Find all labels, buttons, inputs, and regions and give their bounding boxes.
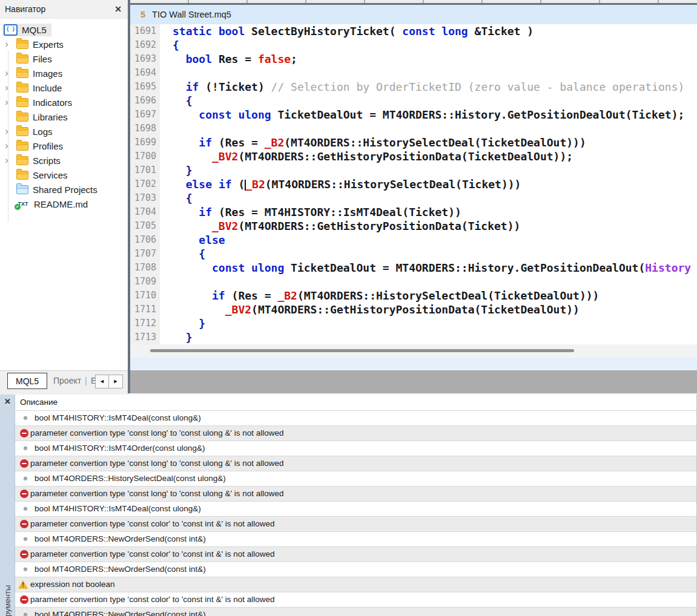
panel-divider[interactable]: [128, 0, 130, 393]
line-number[interactable]: 1708: [130, 261, 160, 275]
chevron-right-icon[interactable]: [2, 40, 11, 48]
code-line[interactable]: 1698: [130, 122, 697, 136]
toolbox-row-error[interactable]: parameter convertion type 'const long' t…: [15, 456, 696, 471]
tree-item-shared-projects[interactable]: Shared Projects: [0, 182, 128, 197]
toolbox-row-error[interactable]: parameter convertion type 'const color' …: [15, 516, 696, 531]
line-number[interactable]: 1692: [130, 38, 160, 52]
line-number[interactable]: 1706: [130, 233, 160, 247]
tab-project[interactable]: Проект: [47, 373, 87, 389]
editor-tab[interactable]: 5TIO Wall Street.mq5: [130, 5, 697, 24]
code-line[interactable]: 1710 if (Res = _B2(MT4ORDERS::HistorySel…: [130, 289, 697, 303]
toolbox-side-strip: Инструменты: [0, 395, 15, 616]
line-number[interactable]: 1702: [130, 177, 160, 191]
tree-item-include[interactable]: Include: [0, 80, 128, 95]
toolbox-row-note[interactable]: bool MT4HISTORY::IsMT4Deal(const ulong&): [15, 501, 696, 516]
toolbox-row-error[interactable]: parameter convertion type 'const long' t…: [15, 425, 696, 441]
navigator-close-icon[interactable]: [112, 0, 124, 18]
tree-item-files[interactable]: Files: [0, 51, 128, 66]
code-line[interactable]: 1693 bool Res = false;: [130, 52, 697, 66]
line-number[interactable]: 1709: [130, 275, 160, 289]
chevron-right-icon[interactable]: [2, 69, 11, 77]
code-line[interactable]: 1705 _BV2(MT4ORDERS::GetHistoryPositionD…: [130, 219, 697, 233]
line-number[interactable]: 1700: [130, 149, 160, 163]
line-number[interactable]: 1712: [130, 316, 160, 330]
code-line[interactable]: 1692{: [130, 38, 697, 52]
tree-item-images[interactable]: Images: [0, 66, 128, 80]
tree-item-libraries[interactable]: Libraries: [0, 110, 128, 124]
toolbox-row-text: parameter convertion type 'const long' t…: [15, 487, 696, 501]
line-number[interactable]: 1711: [130, 303, 160, 316]
tree-item-scripts[interactable]: Scripts: [0, 153, 128, 168]
toolbox-row-error[interactable]: parameter convertion type 'const color' …: [15, 546, 696, 562]
toolbox-close-icon[interactable]: [0, 397, 15, 409]
tab-mql5[interactable]: MQL5: [7, 373, 47, 389]
line-number[interactable]: 1704: [130, 205, 160, 219]
line-number[interactable]: 1707: [130, 247, 160, 261]
tab-scroll-right-button[interactable]: [109, 375, 123, 388]
tree-item-logs[interactable]: Logs: [0, 124, 128, 139]
horizontal-scrollbar[interactable]: [130, 344, 697, 358]
code-line[interactable]: 1691static bool SelectByHistoryTicket( c…: [130, 24, 697, 38]
line-number[interactable]: 1695: [130, 80, 160, 94]
line-number[interactable]: 1698: [130, 122, 160, 136]
line-number[interactable]: 1713: [130, 330, 160, 344]
chevron-right-icon[interactable]: [2, 84, 11, 92]
code-line[interactable]: 1706 else: [130, 233, 697, 247]
code-line[interactable]: 1699 if (Res = _B2(MT4ORDERS::HistorySel…: [130, 136, 697, 149]
tree-item-indicators[interactable]: Indicators: [0, 95, 128, 110]
line-number[interactable]: 1696: [130, 94, 160, 108]
code-line[interactable]: 1697 const ulong TicketDealOut = MT4ORDE…: [130, 108, 697, 122]
tree-item-label: Files: [33, 54, 52, 64]
code-line[interactable]: 1709: [130, 275, 697, 289]
scrollbar-thumb[interactable]: [150, 349, 574, 352]
code-line[interactable]: 1708 const ulong TicketDealOut = MT4ORDE…: [130, 261, 697, 275]
line-number[interactable]: 1705: [130, 219, 160, 233]
tree-item-mql5[interactable]: MQL5: [0, 22, 128, 37]
code-line[interactable]: 1704 if (Res = MT4HISTORY::IsMT4Deal(Tic…: [130, 205, 697, 219]
code-line-text: bool Res = false;: [160, 52, 697, 66]
toolbox-panel: Инструменты Описание bool MT4HISTORY::Is…: [0, 393, 697, 616]
code-line[interactable]: 1700 _BV2(MT4ORDERS::GetHistoryPositionD…: [130, 149, 697, 163]
code-line[interactable]: 1713 }: [130, 330, 697, 344]
toolbox-row-note[interactable]: bool MT4HISTORY::IsMT4Deal(const ulong&): [15, 410, 696, 425]
toolbox-row-error[interactable]: parameter convertion type 'const long' t…: [15, 486, 696, 501]
code-line[interactable]: 1703 {: [130, 191, 697, 205]
tab-scroll-left-button[interactable]: [95, 375, 109, 388]
folder-icon: [16, 156, 28, 165]
toolbox-row-warning[interactable]: expression not boolean: [15, 577, 696, 592]
chevron-right-icon[interactable]: [2, 156, 11, 165]
line-number[interactable]: 1691: [130, 24, 160, 38]
toolbox-row-note[interactable]: bool MT4HISTORY::IsMT4Order(const ulong&…: [15, 441, 696, 456]
code-line[interactable]: 1694: [130, 66, 697, 80]
code-editor[interactable]: 1691static bool SelectByHistoryTicket( c…: [130, 24, 697, 344]
toolbox-row-note[interactable]: bool MT4ORDERS::NewOrderSend(const int&): [15, 531, 696, 546]
toolbox-row-note[interactable]: bool MT4ORDERS::NewOrderSend(const int&): [15, 607, 696, 616]
code-line[interactable]: 1707 {: [130, 247, 697, 261]
line-number[interactable]: 1699: [130, 136, 160, 149]
line-number[interactable]: 1694: [130, 66, 160, 80]
code-line-text: _BV2(MT4ORDERS::GetHistoryPositionData(T…: [160, 219, 697, 233]
toolbox-row-note[interactable]: bool MT4ORDERS::HistorySelectDeal(const …: [15, 471, 696, 486]
tree-item-services[interactable]: Services: [0, 168, 128, 182]
line-number[interactable]: 1701: [130, 163, 160, 177]
navigator-panel: Навигатор MQL5 ExpertsFilesImagesInclude…: [0, 0, 128, 370]
code-line[interactable]: 1702 else if (_B2(MT4ORDERS::HistorySele…: [130, 177, 697, 191]
line-number[interactable]: 1693: [130, 52, 160, 66]
tree-item-experts[interactable]: Experts: [0, 37, 128, 51]
tree-item-readme-md[interactable]: README.md: [0, 197, 128, 211]
chevron-right-icon[interactable]: [2, 142, 11, 150]
toolbox-row-error[interactable]: parameter convertion type 'const color' …: [15, 592, 696, 607]
toolbox-row-text: expression not boolean: [15, 577, 696, 592]
line-number[interactable]: 1703: [130, 191, 160, 205]
toolbox-row-note[interactable]: bool MT4ORDERS::NewOrderSend(const int&): [15, 562, 696, 577]
tree-item-profiles[interactable]: Profiles: [0, 139, 128, 153]
code-line[interactable]: 1712 }: [130, 316, 697, 330]
chevron-right-icon[interactable]: [2, 127, 11, 136]
code-line[interactable]: 1711 _BV2(MT4ORDERS::GetHistoryPositionD…: [130, 303, 697, 316]
chevron-right-icon[interactable]: [2, 98, 11, 106]
code-line[interactable]: 1696 {: [130, 94, 697, 108]
line-number[interactable]: 1697: [130, 108, 160, 122]
line-number[interactable]: 1710: [130, 289, 160, 303]
code-line[interactable]: 1695 if (!Ticket) // Selection by OrderT…: [130, 80, 697, 94]
code-line[interactable]: 1701 }: [130, 163, 697, 177]
